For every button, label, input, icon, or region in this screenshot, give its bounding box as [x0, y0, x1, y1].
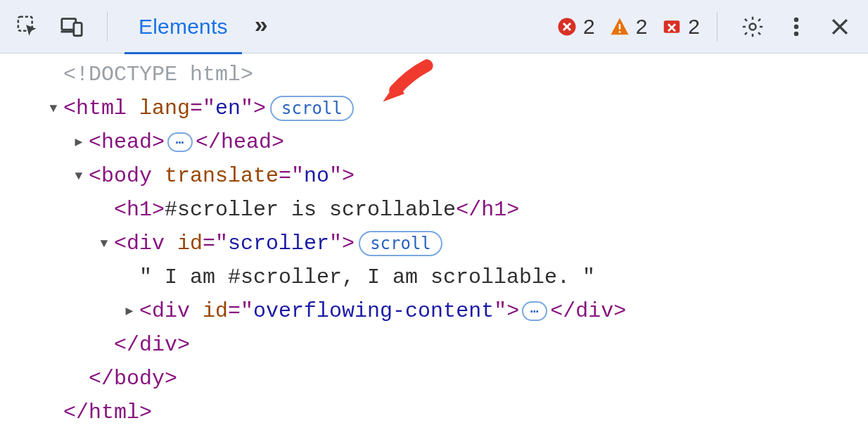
dom-node-html[interactable]: ▼<html lang="en">scroll — [6, 92, 862, 125]
inspect-icon[interactable] — [10, 8, 46, 45]
svg-point-10 — [794, 24, 799, 29]
ellipsis-badge[interactable]: ⋯ — [522, 301, 547, 321]
toolbar-divider — [107, 12, 108, 42]
expand-toggle-icon[interactable]: ▼ — [45, 99, 62, 119]
expand-toggle-icon[interactable]: ▶ — [70, 132, 87, 153]
warning-icon — [609, 16, 630, 37]
dom-node-body-close[interactable]: </body> — [6, 362, 862, 396]
devtools-toolbar: Elements » 2 2 2 — [0, 0, 868, 53]
elements-dom-tree[interactable]: <!DOCTYPE html> ▼<html lang="en">scroll … — [0, 53, 868, 429]
doctype-text: <!DOCTYPE html> — [63, 58, 253, 92]
dom-node-doctype[interactable]: <!DOCTYPE html> — [6, 58, 862, 92]
error-icon — [556, 16, 577, 37]
svg-rect-3 — [74, 23, 82, 35]
tab-elements[interactable]: Elements — [125, 0, 242, 53]
errors-count: 2 — [583, 15, 595, 39]
dom-node-h1[interactable]: <h1>#scroller is scrollable</h1> — [6, 193, 862, 227]
warnings-count: 2 — [636, 15, 648, 39]
gear-icon[interactable] — [734, 8, 771, 45]
toolbar-divider — [717, 12, 717, 42]
expand-toggle-icon[interactable]: ▶ — [121, 301, 138, 322]
svg-point-8 — [749, 23, 755, 30]
dom-text-node[interactable]: " I am #scroller, I am scrollable. " — [6, 260, 862, 294]
dom-node-html-close[interactable]: </html> — [6, 396, 862, 429]
dom-node-div-scroller[interactable]: ▼<div id="scroller">scroll — [6, 227, 862, 260]
ellipsis-badge[interactable]: ⋯ — [167, 132, 193, 152]
warnings-indicator[interactable]: 2 — [609, 15, 648, 39]
tab-elements-label: Elements — [139, 15, 228, 39]
issues-count: 2 — [688, 15, 700, 39]
scroll-badge[interactable]: scroll — [270, 96, 354, 121]
svg-point-11 — [794, 31, 799, 36]
issue-icon — [661, 16, 682, 37]
expand-toggle-icon[interactable]: ▼ — [96, 234, 113, 254]
scroll-badge[interactable]: scroll — [359, 231, 442, 256]
status-cluster: 2 2 2 — [556, 15, 700, 39]
svg-rect-6 — [618, 31, 620, 33]
more-tabs-button[interactable]: » — [249, 11, 274, 42]
dom-node-div-overflow[interactable]: ▶<div id="overflowing-content">⋯</div> — [6, 294, 862, 328]
close-icon[interactable] — [822, 8, 858, 45]
expand-toggle-icon[interactable]: ▼ — [70, 166, 87, 187]
dom-node-head[interactable]: ▶<head>⋯</head> — [6, 125, 862, 159]
dom-node-div-scroller-close[interactable]: </div> — [6, 328, 862, 362]
svg-point-9 — [794, 17, 799, 22]
dom-node-body[interactable]: ▼<body translate="no"> — [6, 159, 862, 193]
errors-indicator[interactable]: 2 — [556, 15, 595, 39]
svg-rect-5 — [618, 24, 620, 30]
kebab-menu-icon[interactable] — [778, 8, 815, 45]
device-toggle-icon[interactable] — [53, 8, 90, 45]
issues-indicator[interactable]: 2 — [661, 15, 700, 39]
